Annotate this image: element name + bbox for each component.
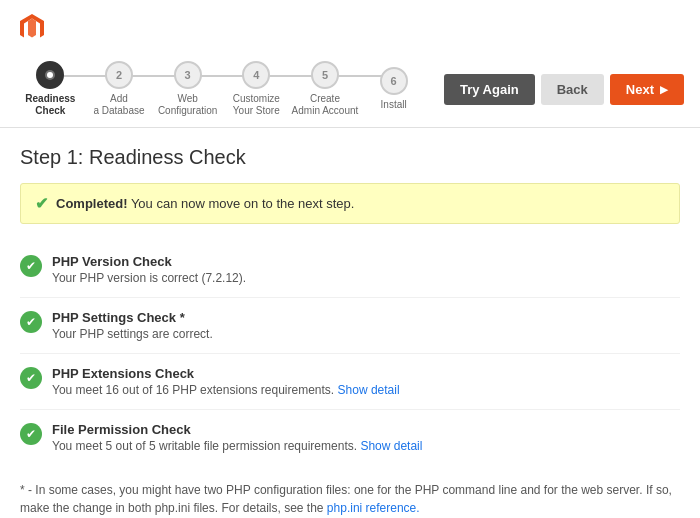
step-2-circle: 2 [105,61,133,89]
header [0,0,700,47]
banner-check-icon: ✔ [35,194,48,213]
step-2-label: Add a Database [93,93,144,117]
php-settings-check-desc: Your PHP settings are correct. [52,327,213,341]
file-permission-check-icon: ✔ [20,423,42,445]
step-4: 4 Customize Your Store [222,61,291,117]
php-extensions-show-detail-link[interactable]: Show detail [338,383,400,397]
action-buttons: Try Again Back Next [444,74,684,105]
check-items-list: ✔ PHP Version Check Your PHP version is … [20,242,680,465]
step-5-label: Create Admin Account [292,93,359,117]
step-1-label: Readiness Check [25,93,75,117]
php-extensions-check-item: ✔ PHP Extensions Check You meet 16 out o… [20,354,680,410]
step-4-label: Customize Your Store [233,93,280,117]
php-version-check-desc: Your PHP version is correct (7.2.12). [52,271,246,285]
php-extensions-check-icon: ✔ [20,367,42,389]
page-title: Step 1: Readiness Check [20,146,680,169]
back-button[interactable]: Back [541,74,604,105]
php-version-check-item: ✔ PHP Version Check Your PHP version is … [20,242,680,298]
php-version-check-icon: ✔ [20,255,42,277]
step-3: 3 Web Configuration [153,61,222,117]
svg-point-1 [47,72,53,78]
php-version-check-title: PHP Version Check [52,254,246,269]
php-extensions-check-desc: You meet 16 out of 16 PHP extensions req… [52,383,400,397]
next-button[interactable]: Next [610,74,684,105]
step-6: 6 Install [359,67,428,111]
step-1-circle [36,61,64,89]
php-settings-check-title: PHP Settings Check * [52,310,213,325]
php-extensions-check-title: PHP Extensions Check [52,366,400,381]
php-version-check-content: PHP Version Check Your PHP version is co… [52,254,246,285]
step-4-circle: 4 [242,61,270,89]
step-6-label: Install [381,99,407,111]
footer-note: * - In some cases, you might have two PH… [20,481,680,517]
php-settings-check-content: PHP Settings Check * Your PHP settings a… [52,310,213,341]
step-5-circle: 5 [311,61,339,89]
step-6-circle: 6 [380,67,408,95]
file-permission-show-detail-link[interactable]: Show detail [360,439,422,453]
step-3-circle: 3 [174,61,202,89]
progress-section: Readiness Check 2 Add a Database 3 Web C… [0,47,700,128]
completed-banner: ✔ Completed! You can now move on to the … [20,183,680,224]
step-2: 2 Add a Database [85,61,154,117]
php-settings-check-item: ✔ PHP Settings Check * Your PHP settings… [20,298,680,354]
magento-logo-icon [16,12,48,44]
step-5: 5 Create Admin Account [291,61,360,117]
php-extensions-check-content: PHP Extensions Check You meet 16 out of … [52,366,400,397]
file-permission-check-desc: You meet 5 out of 5 writable file permis… [52,439,422,453]
try-again-button[interactable]: Try Again [444,74,535,105]
file-permission-check-item: ✔ File Permission Check You meet 5 out o… [20,410,680,465]
phpini-reference-link[interactable]: php.ini reference. [327,501,420,515]
php-settings-check-icon: ✔ [20,311,42,333]
step-1: Readiness Check [16,61,85,117]
file-permission-check-content: File Permission Check You meet 5 out of … [52,422,422,453]
steps-container: Readiness Check 2 Add a Database 3 Web C… [16,61,428,117]
main-content: Step 1: Readiness Check ✔ Completed! You… [0,128,700,518]
file-permission-check-title: File Permission Check [52,422,422,437]
step-3-label: Web Configuration [158,93,217,117]
banner-text: Completed! You can now move on to the ne… [56,196,354,211]
